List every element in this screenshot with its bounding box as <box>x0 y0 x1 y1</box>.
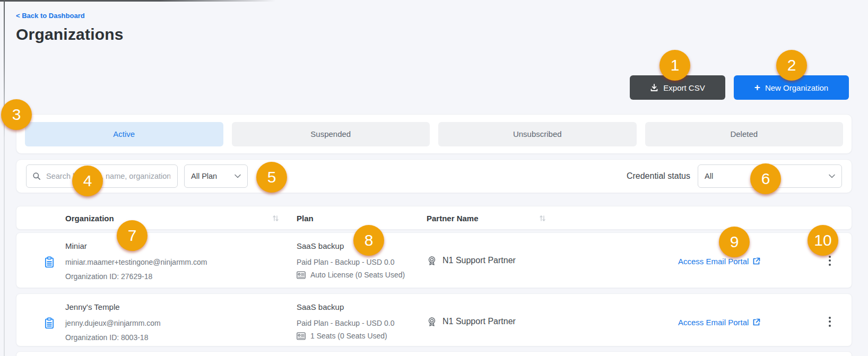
license-card-icon <box>297 271 306 279</box>
annotation-badge-1: 1 <box>659 50 690 81</box>
table-row: Jenny's Temple jenny.dujeux@ninjarmm.com… <box>16 293 852 346</box>
partner-badge-icon <box>427 316 437 327</box>
copy-clipboard-icon[interactable] <box>44 256 55 270</box>
tab-unsubscribed-label: Unsubscribed <box>513 129 562 138</box>
access-email-portal-label: Access Email Portal <box>678 257 749 266</box>
row-actions-kebab-icon[interactable] <box>821 310 839 333</box>
partner-name-cell: N1 Support Partner <box>427 316 516 327</box>
status-tabs: Active Suspended Unsubscribed Deleted <box>16 114 852 154</box>
annotation-badge-6: 6 <box>750 163 781 194</box>
tab-active-label: Active <box>113 129 135 138</box>
download-icon <box>650 83 658 92</box>
sort-icon[interactable] <box>539 214 546 224</box>
organization-name: Miniar <box>65 241 87 250</box>
page-title: Organizations <box>16 25 124 44</box>
search-icon <box>32 172 41 180</box>
column-header-plan[interactable]: Plan <box>297 206 314 230</box>
table-row-partial <box>16 351 852 356</box>
tab-deleted-label: Deleted <box>730 129 758 138</box>
organization-email: miniar.maamer+testingone@ninjarmm.com <box>65 258 207 266</box>
chevron-down-icon <box>235 174 241 178</box>
screenshot-edge-left <box>4 0 5 356</box>
plan-detail: Paid Plan - Backup - USD 0.0 <box>297 258 394 266</box>
tab-unsubscribed[interactable]: Unsubscribed <box>438 122 637 146</box>
plan-filter-select[interactable]: All Plan <box>184 164 248 188</box>
organization-email: jenny.dujeux@ninjarmm.com <box>65 319 161 327</box>
external-link-icon <box>752 257 760 265</box>
annotation-badge-2: 2 <box>776 50 807 81</box>
annotation-badge-10: 10 <box>808 225 838 256</box>
sort-icon[interactable] <box>272 214 279 224</box>
license-seats-label: Auto License (0 Seats Used) <box>310 271 405 279</box>
column-header-partner-name[interactable]: Partner Name <box>427 206 479 230</box>
annotation-badge-7: 7 <box>117 220 147 251</box>
license-seats-label: 1 Seats (0 Seats Used) <box>310 332 387 340</box>
partner-badge-icon <box>427 255 437 266</box>
plan-filter-value: All Plan <box>191 172 217 180</box>
plan-name: SaaS backup <box>297 241 344 250</box>
export-csv-label: Export CSV <box>663 83 705 92</box>
credential-status-value: All <box>705 172 713 180</box>
annotation-badge-3: 3 <box>1 99 32 130</box>
column-header-organization[interactable]: Organization <box>65 206 114 230</box>
access-email-portal-link[interactable]: Access Email Portal <box>678 318 760 327</box>
search-input[interactable] <box>45 171 171 181</box>
tab-suspended[interactable]: Suspended <box>232 122 430 146</box>
annotation-badge-5: 5 <box>256 162 287 193</box>
annotation-badge-4: 4 <box>72 166 103 196</box>
filter-bar: All Plan Credential status All <box>16 159 852 193</box>
new-organization-label: New Organization <box>765 83 828 92</box>
plan-name: SaaS backup <box>297 302 344 311</box>
tab-active[interactable]: Active <box>25 122 223 146</box>
access-email-portal-link[interactable]: Access Email Portal <box>678 257 760 266</box>
tab-deleted[interactable]: Deleted <box>645 122 844 146</box>
annotation-badge-9: 9 <box>719 227 750 257</box>
chevron-down-icon <box>829 174 835 178</box>
annotation-badge-8: 8 <box>353 225 384 256</box>
partner-name-cell: N1 Support Partner <box>427 255 516 266</box>
partner-name: N1 Support Partner <box>442 256 516 265</box>
screenshot-edge-top <box>0 0 276 2</box>
partner-name: N1 Support Partner <box>442 317 516 326</box>
organizations-page: < Back to Dashboard Organizations Export… <box>0 0 868 356</box>
access-email-portal-label: Access Email Portal <box>678 318 749 327</box>
license-seats: Auto License (0 Seats Used) <box>297 271 405 279</box>
tab-suspended-label: Suspended <box>310 129 351 138</box>
license-card-icon <box>297 332 306 340</box>
external-link-icon <box>752 318 760 326</box>
back-to-dashboard-link[interactable]: < Back to Dashboard <box>16 12 85 20</box>
copy-clipboard-icon[interactable] <box>44 317 55 331</box>
plus-icon: + <box>754 82 760 92</box>
license-seats: 1 Seats (0 Seats Used) <box>297 332 387 340</box>
organization-id: Organization ID: 8003-18 <box>65 333 148 342</box>
organization-id: Organization ID: 27629-18 <box>65 272 152 281</box>
plan-detail: Paid Plan - Backup - USD 0.0 <box>297 319 394 327</box>
organization-name: Jenny's Temple <box>65 302 120 311</box>
credential-status-label: Credential status <box>627 171 690 181</box>
